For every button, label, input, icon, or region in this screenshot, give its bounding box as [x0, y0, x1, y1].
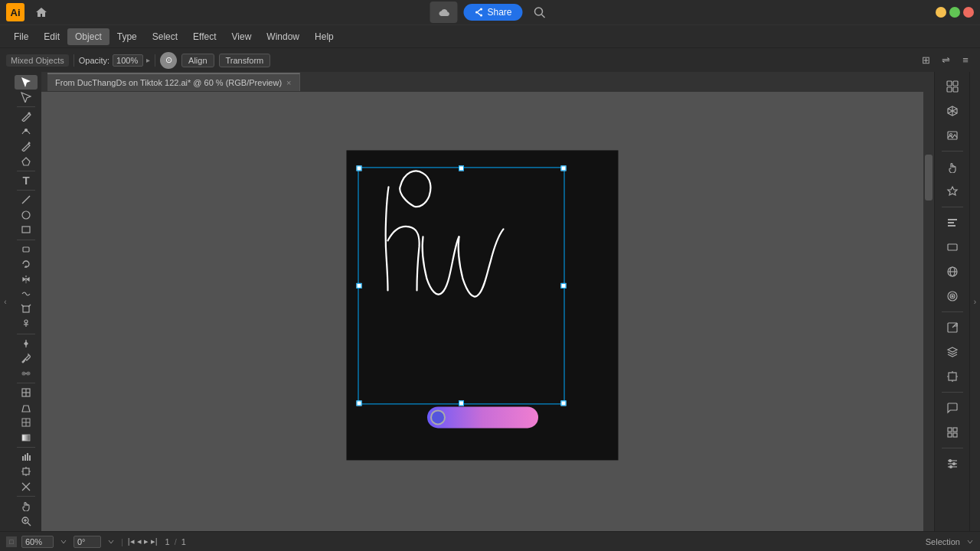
- canvas-scrollbar-v[interactable]: [923, 92, 934, 531]
- curvature-tool[interactable]: [15, 124, 38, 139]
- free-transform-tool[interactable]: [15, 302, 38, 317]
- pencil-tool[interactable]: [15, 139, 38, 154]
- selection-handle-br[interactable]: [561, 400, 567, 406]
- eraser-tool[interactable]: [15, 242, 38, 256]
- opacity-arrow[interactable]: ▸: [146, 56, 150, 64]
- right-panel-rect-btn[interactable]: [940, 236, 965, 259]
- line-tool[interactable]: [15, 193, 38, 207]
- right-panel-export-btn[interactable]: [940, 316, 965, 339]
- artboard-container[interactable]: [41, 92, 923, 531]
- rotation-dropdown-icon: [106, 536, 116, 547]
- menu-file[interactable]: File: [6, 28, 36, 45]
- play-controls: |◂ ◂ ▸ ▸|: [128, 536, 158, 546]
- grid-icon-btn[interactable]: ⊞: [917, 52, 934, 69]
- width-tool[interactable]: [15, 336, 38, 350]
- selection-handle-bl[interactable]: [357, 400, 362, 406]
- warp-tool[interactable]: [15, 287, 38, 302]
- next-btn[interactable]: ▸|: [151, 536, 158, 546]
- zoom-input[interactable]: [21, 536, 54, 548]
- perspective-tool[interactable]: [15, 400, 38, 415]
- status-arrow-icon: [966, 538, 974, 546]
- menu-edit[interactable]: Edit: [36, 28, 67, 45]
- right-panel-align-btn[interactable]: [940, 211, 965, 234]
- prev-frame-btn[interactable]: |◂: [128, 536, 135, 546]
- right-panel-grid-btn[interactable]: [940, 75, 965, 98]
- slice-tool[interactable]: [15, 480, 38, 494]
- selection-tool[interactable]: [15, 75, 38, 90]
- svg-marker-72: [948, 347, 957, 352]
- right-panel-asset-btn[interactable]: [940, 421, 965, 444]
- rotation-input[interactable]: [74, 536, 101, 548]
- menu-icon-btn[interactable]: ≡: [957, 52, 974, 69]
- canvas-scroll-thumb-v[interactable]: [925, 155, 933, 201]
- graph-tool[interactable]: [15, 450, 38, 465]
- cloud-save-button[interactable]: [430, 2, 457, 23]
- left-collapse-btn[interactable]: ‹: [0, 72, 11, 531]
- blend-tool[interactable]: [15, 366, 38, 380]
- svg-point-24: [22, 372, 25, 375]
- menu-select[interactable]: Select: [145, 28, 185, 45]
- svg-rect-53: [953, 87, 958, 92]
- pen-tool[interactable]: [15, 109, 38, 124]
- right-panel-artboard-btn[interactable]: [940, 365, 965, 388]
- close-button[interactable]: [963, 7, 974, 18]
- menu-window[interactable]: Window: [259, 28, 307, 45]
- maximize-button[interactable]: [949, 7, 960, 18]
- svg-rect-35: [22, 456, 24, 461]
- mesh-tool[interactable]: [15, 416, 38, 430]
- menu-effect[interactable]: Effect: [185, 28, 224, 45]
- align-button[interactable]: Align: [181, 54, 214, 67]
- status-right: Selection: [926, 537, 974, 546]
- toolbar-separator-6: [17, 383, 35, 383]
- right-panel-3d-btn[interactable]: [940, 99, 965, 122]
- status-sep-1: |: [121, 537, 123, 546]
- share-button[interactable]: Share: [463, 4, 522, 21]
- selection-handle-bm[interactable]: [459, 400, 464, 406]
- canvas-tab-close[interactable]: ×: [286, 78, 291, 87]
- right-panel-radial-btn[interactable]: [940, 285, 965, 308]
- right-panel-image-btn[interactable]: [940, 124, 965, 147]
- menu-object[interactable]: Object: [67, 28, 109, 45]
- right-panel-comment-btn[interactable]: [940, 396, 965, 419]
- align-icon-btn[interactable]: ⇌: [937, 52, 954, 69]
- toolbar-separator-8: [17, 496, 35, 497]
- svg-rect-80: [948, 428, 952, 432]
- reflect-tool[interactable]: [15, 272, 38, 286]
- eyedropper-tool[interactable]: [15, 351, 38, 366]
- right-panel-touch-btn[interactable]: [940, 155, 965, 178]
- direct-select-tool[interactable]: [15, 90, 38, 105]
- menu-help[interactable]: Help: [307, 28, 341, 45]
- canvas-tab[interactable]: From DucThangDs on Tiktok 122.ai* @ 60 %…: [47, 73, 300, 91]
- opacity-input[interactable]: [113, 54, 143, 67]
- search-button[interactable]: [529, 2, 550, 23]
- minimize-button[interactable]: [936, 7, 946, 18]
- live-paint-tool[interactable]: [15, 386, 38, 400]
- hand-tool[interactable]: [15, 499, 38, 514]
- svg-line-10: [22, 196, 30, 204]
- svg-point-7: [28, 112, 30, 114]
- transform-button[interactable]: Transform: [219, 54, 271, 67]
- ellipse-tool[interactable]: [15, 208, 38, 223]
- rotate-tool[interactable]: [15, 257, 38, 272]
- puppet-warp-tool[interactable]: [15, 317, 38, 331]
- right-panel-sphere-btn[interactable]: [940, 260, 965, 283]
- right-collapse-btn[interactable]: ›: [969, 72, 980, 531]
- right-panel-star-btn[interactable]: [940, 180, 965, 203]
- gradient-tool[interactable]: [15, 430, 38, 445]
- cursive-text-svg: [354, 164, 565, 355]
- prev-btn[interactable]: ◂: [137, 536, 142, 546]
- svg-rect-38: [29, 455, 31, 461]
- menu-view[interactable]: View: [224, 28, 260, 45]
- shaper-tool[interactable]: [15, 154, 38, 168]
- home-button[interactable]: [31, 2, 52, 23]
- menu-type[interactable]: Type: [109, 28, 145, 45]
- right-panel-layers-btn[interactable]: [940, 341, 965, 364]
- artboard-color-btn[interactable]: □: [6, 536, 17, 547]
- play-btn[interactable]: ▸: [144, 536, 149, 546]
- rectangle-tool[interactable]: [15, 223, 38, 237]
- right-panel-settings-btn[interactable]: [940, 452, 965, 475]
- type-tool[interactable]: T: [15, 174, 38, 188]
- selection-mode-label: Selection: [926, 537, 960, 546]
- artboard-tool-btn[interactable]: [15, 465, 38, 479]
- zoom-tool[interactable]: [15, 514, 38, 529]
